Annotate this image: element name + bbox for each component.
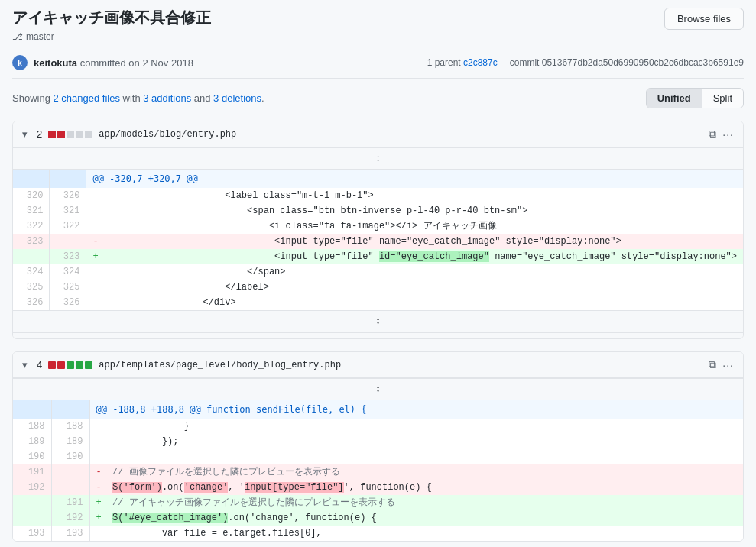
table-row: 192 - $('form').on('change', 'input[type… [13, 480, 743, 495]
diff-bar-2 [48, 361, 92, 369]
table-row: 191 - // 画像ファイルを選択した隣にプレビューを表示する [13, 464, 743, 480]
additions-link[interactable]: 3 additions [143, 92, 191, 104]
stats-bar: Showing 2 changed files with 3 additions… [12, 88, 744, 108]
commit-date: 2 Nov 2018 [142, 57, 193, 69]
line-code: </label> [86, 280, 743, 295]
line-num-new: 190 [51, 449, 89, 464]
line-code: } [89, 419, 743, 434]
browse-files-button[interactable]: Browse files [664, 8, 744, 30]
table-row: 188 188 } [13, 419, 743, 434]
line-num-old: 322 [13, 218, 50, 234]
diff-count-1: 2 [37, 128, 42, 140]
expand-icon-1[interactable]: ▾ [22, 128, 28, 140]
split-view-button[interactable]: Split [702, 89, 743, 108]
table-row: 326 326 </div> [13, 295, 743, 311]
diff-bar-1 [48, 131, 92, 138]
table-row: 320 320 <label class="m-t-1 m-b-1"> [13, 188, 743, 203]
diff-file-2: ▾ 4 app/templates/page_level/body_blog_e… [12, 351, 744, 542]
line-num-new [51, 480, 89, 495]
diff-table-wrapper-2: ↕ @@ -188,8 +188,8 @@ function sendFile(… [13, 378, 743, 541]
copy-icon-1[interactable]: ⧉ [709, 128, 716, 141]
table-row: 193 193 var file = e.target.files[0], [13, 526, 743, 541]
line-num-new: 321 [50, 203, 86, 218]
unified-view-button[interactable]: Unified [647, 89, 702, 108]
line-num-new: 325 [50, 280, 86, 295]
line-code: <i class="fa fa-image"></i> アイキャッチ画像 [86, 218, 743, 234]
commit-hash: 0513677db2da50d6990950cb2c6dbcac3b6591e9 [542, 57, 744, 68]
diff-bar-block [76, 361, 83, 369]
author-name: keitokuta [34, 57, 77, 69]
hunk-header-row: @@ -320,7 +320,7 @@ [13, 170, 743, 189]
avatar: k [12, 55, 28, 70]
commit-label: commit 0513677db2da50d6990950cb2c6dbcac3… [510, 57, 744, 68]
line-num-old: 192 [13, 480, 51, 495]
deletions-link[interactable]: 3 deletions [213, 92, 261, 104]
diff-file-header-2: ▾ 4 app/templates/page_level/body_blog_e… [13, 352, 743, 378]
line-num-new: 193 [51, 526, 89, 541]
line-num-old: 321 [13, 203, 50, 218]
line-code: - // 画像ファイルを選択した隣にプレビューを表示する [89, 464, 743, 480]
line-num-old: 324 [13, 264, 50, 280]
line-code: <label class="m-t-1 m-b-1"> [86, 188, 743, 203]
horizontal-scrollbar[interactable] [13, 332, 743, 338]
hunk-expand-row[interactable]: ↕ [13, 148, 743, 170]
diff-filename-1: app/models/blog/entry.php [99, 129, 702, 140]
diff-bar-block [48, 131, 56, 138]
line-num-old: 323 [13, 234, 50, 249]
hunk-linenum-old [13, 170, 50, 189]
stats-text: Showing 2 changed files with 3 additions… [12, 92, 264, 104]
table-row: 190 190 [13, 449, 743, 464]
line-num-old [13, 495, 51, 510]
author-info: keitokuta committed on 2 Nov 2018 [34, 57, 427, 69]
copy-icon-2[interactable]: ⧉ [709, 358, 716, 371]
commit-meta: 1 parent c2c887c commit 0513677db2da50d6… [427, 57, 744, 68]
line-code: + // アイキャッチ画像ファイルを選択した隣にプレビューを表示する [89, 495, 743, 510]
line-code: </div> [86, 295, 743, 311]
hunk-expand-cell[interactable]: ↕ [13, 311, 743, 332]
line-code: + $('#eye_catch_image').on('change', fun… [89, 510, 743, 526]
hunk-expand-cell[interactable]: ↕ [13, 379, 743, 400]
table-row: 322 322 <i class="fa fa-image"></i> アイキャ… [13, 218, 743, 234]
more-icon-1[interactable]: ··· [722, 128, 734, 141]
author-action: committed on [80, 57, 140, 69]
line-code: <span class="btn btn-inverse p-l-40 p-r-… [86, 203, 743, 218]
branch-icon: ⎇ [12, 31, 23, 42]
changed-files-link[interactable]: 2 changed files [53, 92, 119, 104]
diff-bar-block [48, 361, 56, 369]
diff-filename-2: app/templates/page_level/body_blog_entry… [99, 360, 702, 371]
hunk-header-row-2: @@ -188,8 +188,8 @@ function sendFile(fi… [13, 400, 743, 419]
table-row: 191 + // アイキャッチ画像ファイルを選択した隣にプレビューを表示する [13, 495, 743, 510]
branch-name: master [26, 31, 54, 42]
diff-count-2: 4 [37, 359, 42, 371]
line-num-new: 322 [50, 218, 86, 234]
table-row: 192 + $('#eye_catch_image').on('change',… [13, 510, 743, 526]
expand-icon-2[interactable]: ▾ [22, 359, 28, 371]
table-row: 324 324 </span> [13, 264, 743, 280]
line-num-new: 320 [50, 188, 86, 203]
table-row: 321 321 <span class="btn btn-inverse p-l… [13, 203, 743, 218]
line-num-old: 325 [13, 280, 50, 295]
line-num-new: 189 [51, 434, 89, 449]
diff-bar-block [57, 131, 65, 138]
line-code: }); [89, 434, 743, 449]
line-code: </span> [86, 264, 743, 280]
diff-table-wrapper-1: ↕ @@ -320,7 +320,7 @@ 320 320 <label cla… [13, 147, 743, 332]
table-row: 323 - <input type="file" name="eye_catch… [13, 234, 743, 249]
line-num-old: 193 [13, 526, 51, 541]
hunk-header-text: @@ -320,7 +320,7 @@ [86, 170, 743, 189]
line-num-new [51, 464, 89, 480]
parent-hash-link[interactable]: c2c887c [463, 57, 498, 68]
hunk-expand-cell[interactable]: ↕ [13, 148, 743, 170]
line-num-new: 324 [50, 264, 86, 280]
commit-title: アイキャッチ画像不具合修正 [12, 8, 211, 28]
hunk-linenum-new [50, 170, 86, 189]
hunk-expand-bottom-row[interactable]: ↕ [13, 311, 743, 332]
line-code: + <input type="file" id="eye_catch_image… [86, 249, 743, 264]
line-num-old: 188 [13, 419, 51, 434]
hunk-expand-row-2[interactable]: ↕ [13, 379, 743, 400]
line-num-old [13, 249, 50, 264]
more-icon-2[interactable]: ··· [722, 359, 734, 371]
line-num-new: 191 [51, 495, 89, 510]
table-row: 189 189 }); [13, 434, 743, 449]
line-num-new: 326 [50, 295, 86, 311]
